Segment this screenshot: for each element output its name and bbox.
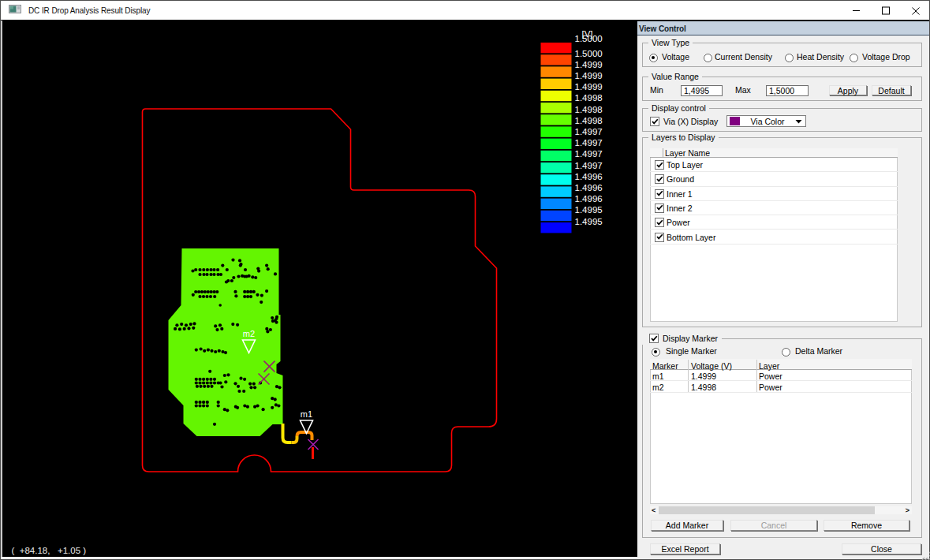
svg-text:( +84.18, +1.05 ): ( +84.18, +1.05 ) xyxy=(11,546,86,555)
svg-text:1.4995: 1.4995 xyxy=(574,205,602,215)
svg-text:1.4995: 1.4995 xyxy=(574,217,602,226)
svg-text:1.4996: 1.4996 xyxy=(574,194,602,203)
svg-text:1.4999: 1.4999 xyxy=(574,82,602,91)
svg-text:1.4999: 1.4999 xyxy=(574,71,602,80)
svg-text:[V]: [V] xyxy=(581,29,592,39)
svg-text:1.4997: 1.4997 xyxy=(574,161,602,170)
svg-text:1.5000: 1.5000 xyxy=(574,49,602,58)
svg-text:1.4998: 1.4998 xyxy=(574,93,602,103)
svg-text:1.4998: 1.4998 xyxy=(574,116,602,125)
svg-text:m2: m2 xyxy=(242,329,254,338)
svg-text:1.4997: 1.4997 xyxy=(574,127,602,136)
svg-text:1.4997: 1.4997 xyxy=(574,149,602,159)
svg-text:1.4996: 1.4996 xyxy=(574,183,602,192)
svg-text:1.4996: 1.4996 xyxy=(574,172,602,181)
svg-text:1.4997: 1.4997 xyxy=(574,138,602,147)
svg-text:1.4999: 1.4999 xyxy=(574,60,602,69)
svg-text:1.4998: 1.4998 xyxy=(574,105,602,114)
svg-text:m1: m1 xyxy=(300,409,312,419)
